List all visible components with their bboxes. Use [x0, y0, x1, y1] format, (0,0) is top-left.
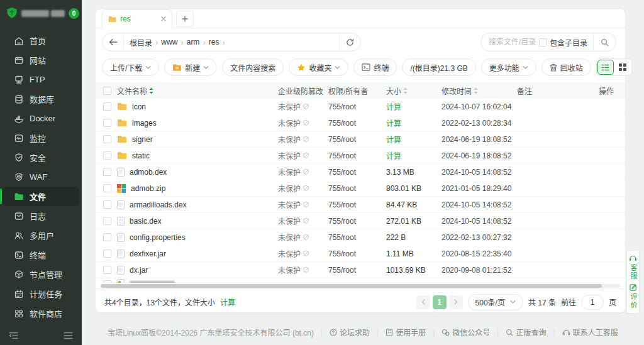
search-input[interactable]: [481, 38, 539, 47]
protect-status[interactable]: 未保护: [278, 265, 301, 275]
sidebar-item-security[interactable]: 安全: [3, 148, 79, 167]
support-link[interactable]: 联系人工客服: [562, 327, 618, 337]
favorites-button[interactable]: 收藏夹: [289, 58, 348, 76]
breadcrumb-item-arm[interactable]: arm: [184, 38, 203, 47]
protect-status[interactable]: 未保护: [278, 232, 301, 243]
new-button[interactable]: 新建: [164, 58, 217, 76]
protect-status[interactable]: 未保护: [278, 248, 301, 259]
row-checkbox[interactable]: [103, 280, 111, 283]
sidebar-item-cron[interactable]: 计划任务: [3, 284, 79, 304]
page-number-button[interactable]: 1: [433, 295, 447, 309]
protect-status[interactable]: 未保护: [278, 118, 301, 128]
breadcrumb-item-root[interactable]: 根目录: [126, 37, 155, 48]
table-row[interactable]: basic.dex 未保护 755/root 272.01 KB 2024-10…: [96, 213, 625, 229]
terminal-button[interactable]: 终端: [353, 58, 397, 76]
upload-download-button[interactable]: 上传/下载: [102, 58, 159, 76]
grid-view-button[interactable]: [614, 60, 631, 75]
row-checkbox[interactable]: [103, 102, 111, 111]
file-name[interactable]: admob.dex: [130, 168, 167, 177]
forum-help-link[interactable]: 论坛求助: [330, 327, 370, 337]
include-subdir-option[interactable]: 包含子目录: [539, 37, 593, 48]
back-button[interactable]: [103, 33, 124, 51]
protect-status[interactable]: 未保护: [278, 167, 301, 177]
menu-list-icon[interactable]: [64, 332, 73, 339]
sidebar-item-logs[interactable]: 日志: [3, 206, 79, 226]
table-row[interactable]: config.properties 未保护 755/root 222 B 202…: [96, 229, 625, 246]
protect-status[interactable]: 未保护: [278, 150, 301, 161]
row-checkbox[interactable]: [103, 217, 111, 225]
page-size-select[interactable]: 500条/页: [468, 294, 523, 310]
list-view-button[interactable]: [597, 60, 614, 75]
sidebar-item-multiuser[interactable]: 多用户: [3, 226, 79, 245]
row-checkbox[interactable]: [103, 266, 111, 274]
message-count-badge[interactable]: 0: [69, 8, 79, 19]
sidebar-item-database[interactable]: 数据库: [3, 89, 79, 109]
new-tab-button[interactable]: [176, 11, 194, 26]
verify-link[interactable]: 正版查询: [506, 327, 546, 337]
breadcrumb-item-res[interactable]: res: [206, 38, 223, 47]
prev-page-button[interactable]: [416, 295, 430, 309]
row-checkbox[interactable]: [103, 249, 111, 258]
row-checkbox[interactable]: [103, 151, 111, 160]
compute-size-link[interactable]: 计算: [220, 297, 235, 307]
file-name[interactable]: basic.dex: [130, 217, 162, 226]
row-checkbox[interactable]: [103, 200, 111, 209]
sidebar-item-ftp[interactable]: FTP: [3, 70, 79, 89]
sidebar-item-node-manage[interactable]: 节点管理: [3, 265, 79, 284]
more-functions-button[interactable]: 更多功能: [481, 58, 536, 76]
goto-page-input[interactable]: [581, 295, 604, 310]
row-checkbox[interactable]: [103, 184, 111, 192]
sidebar-item-terminal[interactable]: 终端: [3, 245, 79, 265]
table-row[interactable]: admob.dex 未保护 755/root 3.13 MB 2024-10-0…: [96, 164, 625, 180]
file-name[interactable]: dexfixer.jar: [130, 249, 166, 258]
file-name[interactable]: signer: [132, 135, 153, 144]
disk-usage-button[interactable]: /(根目录)21.3 GB: [402, 58, 475, 76]
select-all-checkbox[interactable]: [103, 87, 111, 95]
table-row[interactable]: dx.jar 未保护 755/root 1013.69 KB 2020-09-0…: [96, 262, 625, 278]
search-button[interactable]: [593, 33, 616, 51]
partial-file-row[interactable]: [96, 278, 625, 283]
collapse-sidebar-icon[interactable]: [9, 332, 18, 339]
table-row[interactable]: admob.zip 未保护 755/root 803.01 KB 2021-01…: [96, 180, 625, 197]
sidebar-item-files[interactable]: 文件: [3, 187, 79, 206]
table-row[interactable]: icon 未保护 755/root 计算 2024-10-07 16:02:04: [96, 99, 625, 115]
col-filename[interactable]: 文件名称: [117, 85, 147, 96]
protect-status[interactable]: 未保护: [278, 101, 301, 112]
protect-status[interactable]: 未保护: [278, 216, 301, 226]
sidebar-item-waf[interactable]: WAF: [3, 167, 79, 187]
sidebar-item-website[interactable]: 网站: [3, 50, 79, 70]
recycle-bin-button[interactable]: 回收站: [541, 58, 591, 76]
sidebar-item-docker[interactable]: Docker: [3, 109, 79, 128]
protect-status[interactable]: 未保护: [278, 199, 301, 210]
file-name[interactable]: admob.zip: [131, 184, 165, 193]
row-checkbox[interactable]: [103, 135, 111, 143]
file-name[interactable]: images: [132, 119, 157, 128]
content-search-button[interactable]: 文件内容搜索: [222, 58, 284, 76]
protect-status[interactable]: 未保护: [278, 183, 301, 194]
file-name[interactable]: armadilloads.dex: [130, 200, 187, 209]
file-name[interactable]: config.properties: [130, 233, 186, 242]
col-modified-time[interactable]: 修改时间: [441, 85, 472, 96]
col-size[interactable]: 大小: [386, 85, 401, 96]
horizontal-scrollbar-thumb[interactable]: [101, 284, 602, 288]
tab-res[interactable]: res: [102, 9, 172, 28]
wechat-link[interactable]: 微信公众号: [441, 327, 490, 337]
manual-link[interactable]: 使用手册: [386, 327, 426, 337]
include-subdir-checkbox[interactable]: [539, 38, 547, 47]
file-name[interactable]: static: [132, 151, 150, 160]
file-name[interactable]: icon: [132, 102, 146, 111]
row-checkbox[interactable]: [103, 119, 111, 127]
table-row[interactable]: static 未保护 755/root 计算 2024-06-19 18:08:…: [96, 148, 625, 164]
feedback-button[interactable]: 评价: [626, 279, 640, 314]
refresh-button[interactable]: [339, 33, 360, 51]
sidebar-item-home[interactable]: 首页: [3, 31, 79, 50]
table-row[interactable]: armadilloads.dex 未保护 755/root 84.47 KB 2…: [96, 197, 625, 213]
breadcrumb-item-www[interactable]: www: [158, 38, 180, 47]
tab-close-icon[interactable]: [161, 16, 166, 21]
file-name[interactable]: dx.jar: [130, 266, 148, 275]
protect-status[interactable]: 未保护: [278, 134, 301, 145]
next-page-button[interactable]: [449, 295, 463, 309]
row-checkbox[interactable]: [103, 168, 111, 176]
sidebar-item-monitor[interactable]: 监控: [3, 128, 79, 148]
row-checkbox[interactable]: [103, 233, 111, 241]
